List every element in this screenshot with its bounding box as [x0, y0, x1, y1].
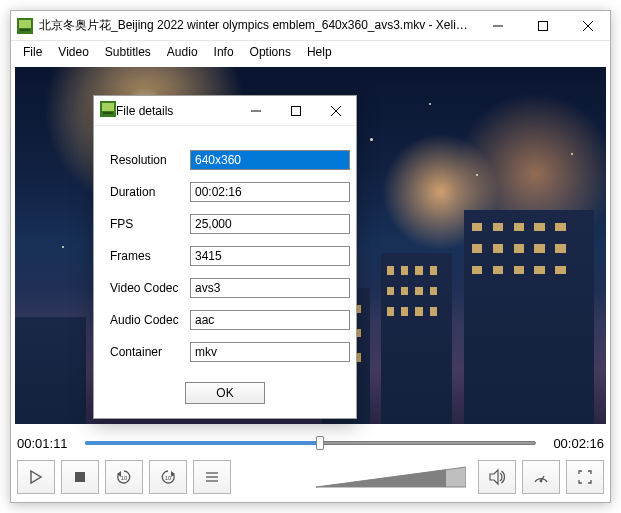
menu-help[interactable]: Help	[299, 43, 340, 61]
svg-marker-17	[316, 470, 446, 488]
dialog-app-icon	[100, 101, 116, 120]
duration-field[interactable]	[190, 182, 350, 202]
container-field[interactable]	[190, 342, 350, 362]
volume-area	[237, 465, 472, 489]
close-button[interactable]	[565, 11, 610, 40]
menu-file[interactable]: File	[15, 43, 50, 61]
app-icon	[17, 18, 33, 34]
dialog-body: Resolution Duration FPS Frames Video Cod…	[94, 126, 356, 374]
controls-bar: 00:01:11 00:02:16 10 10	[11, 428, 610, 502]
duration-label: Duration	[110, 185, 190, 199]
dialog-title: File details	[116, 104, 236, 118]
dialog-footer: OK	[94, 374, 356, 418]
titlebar: 北京冬奥片花_Beijing 2022 winter olympics embl…	[11, 11, 610, 41]
svg-text:10: 10	[165, 475, 172, 481]
minimize-button[interactable]	[475, 11, 520, 40]
seek-row: 00:01:11 00:02:16	[17, 432, 604, 454]
svg-rect-1	[19, 20, 31, 28]
forward-10-button[interactable]: 10	[149, 460, 187, 494]
window-title: 北京冬奥片花_Beijing 2022 winter olympics embl…	[39, 17, 475, 34]
svg-rect-23	[103, 112, 113, 114]
dialog-titlebar: File details	[94, 96, 356, 126]
fps-field[interactable]	[190, 214, 350, 234]
maximize-button[interactable]	[520, 11, 565, 40]
svg-rect-8	[75, 472, 85, 482]
menu-subtitles[interactable]: Subtitles	[97, 43, 159, 61]
stop-button[interactable]	[61, 460, 99, 494]
mute-button[interactable]	[478, 460, 516, 494]
svg-marker-18	[490, 470, 498, 484]
audio-codec-label: Audio Codec	[110, 313, 190, 327]
volume-slider[interactable]	[316, 465, 466, 489]
window-controls	[475, 11, 610, 40]
dialog-minimize-button[interactable]	[236, 96, 276, 125]
video-codec-label: Video Codec	[110, 281, 190, 295]
resolution-field[interactable]	[190, 150, 350, 170]
svg-rect-25	[292, 106, 301, 115]
current-time-label: 00:01:11	[17, 436, 79, 451]
play-button[interactable]	[17, 460, 55, 494]
menu-options[interactable]: Options	[242, 43, 299, 61]
ok-button[interactable]: OK	[185, 382, 265, 404]
menu-audio[interactable]: Audio	[159, 43, 206, 61]
audio-codec-field[interactable]	[190, 310, 350, 330]
fullscreen-button[interactable]	[566, 460, 604, 494]
rewind-10-button[interactable]: 10	[105, 460, 143, 494]
playlist-button[interactable]	[193, 460, 231, 494]
video-codec-field[interactable]	[190, 278, 350, 298]
frames-field[interactable]	[190, 246, 350, 266]
svg-rect-2	[20, 29, 30, 31]
menu-bar: File Video Subtitles Audio Info Options …	[11, 41, 610, 63]
frames-label: Frames	[110, 249, 190, 263]
svg-point-20	[540, 480, 543, 483]
dialog-close-button[interactable]	[316, 96, 356, 125]
seek-bar[interactable]	[85, 438, 536, 448]
svg-rect-4	[538, 21, 547, 30]
menu-info[interactable]: Info	[206, 43, 242, 61]
menu-video[interactable]: Video	[50, 43, 96, 61]
svg-text:10: 10	[121, 475, 128, 481]
button-row: 10 10	[17, 460, 604, 494]
main-window: 北京冬奥片花_Beijing 2022 winter olympics embl…	[10, 10, 611, 503]
file-details-dialog: File details Resolution Duration	[93, 95, 357, 419]
fps-label: FPS	[110, 217, 190, 231]
container-label: Container	[110, 345, 190, 359]
svg-marker-7	[31, 471, 41, 483]
dialog-maximize-button[interactable]	[276, 96, 316, 125]
svg-rect-22	[102, 103, 114, 111]
speed-button[interactable]	[522, 460, 560, 494]
resolution-label: Resolution	[110, 153, 190, 167]
total-time-label: 00:02:16	[542, 436, 604, 451]
